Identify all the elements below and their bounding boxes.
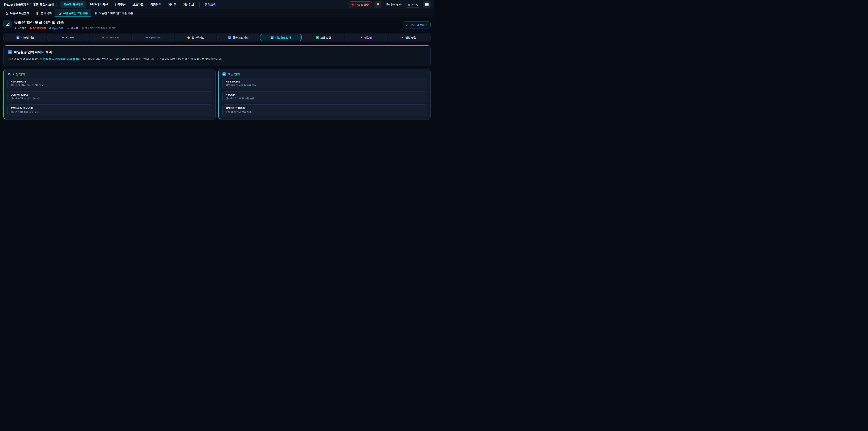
tab-spill-model-theory[interactable]: 유출유확산모델 이론 <box>55 9 91 17</box>
wind-icon <box>7 72 11 76</box>
notifications-button[interactable] <box>374 1 381 8</box>
section-marine-environment-input[interactable]: 해양환경 입력 <box>260 34 302 41</box>
nav-emergency-rescue[interactable]: 긴급구난 <box>112 1 129 8</box>
data-source-desc: 전지구 0.25° 재분석 데이터 <box>11 97 209 100</box>
tab-label: 분석 목록 <box>40 11 52 15</box>
logo-wing-wordmark: Wing <box>3 2 13 6</box>
diamond-icon <box>14 27 17 29</box>
app-logo[interactable]: Wing 해양환경 위기대응 통합시스템 <box>3 2 54 7</box>
bell-icon <box>376 3 380 6</box>
data-source-name: NIFS ROMS <box>225 80 424 83</box>
tab-analysis-list[interactable]: 분석 목록 <box>33 9 55 17</box>
refresh-icon <box>228 36 231 39</box>
data-source-name: AWS 자동기상관측 <box>11 106 209 110</box>
input-data-cards: 기상 입력 KMA RDAPS 동아시아 12km 해상도·24h 예보 ECM… <box>3 69 431 127</box>
page-header: 유출유 확산 모델 이론 및 검증 KOSPS POSEIDON OpenDri… <box>3 20 431 30</box>
section-nav: 시스템 개요 KOSPS POSEIDON OpenDrift 입자추적법 <box>3 33 431 42</box>
red-dot-icon <box>102 37 104 38</box>
highlighted-phrase: 입력 해양·기상 데이터의 품질 <box>43 57 78 61</box>
lightning-icon <box>67 27 69 30</box>
section-model-validation[interactable]: 모델 검증 <box>303 34 344 41</box>
page-subtitle: 라그랑지안 입자추적 이론 기반 <box>82 26 116 30</box>
hamburger-icon <box>425 3 429 4</box>
red-dot-icon <box>30 27 32 29</box>
wave-icon <box>222 72 226 76</box>
list-item: KMA RDAPS 동아시아 12km 해상도·24h 예보 <box>7 78 212 89</box>
incident-status-badge[interactable]: 사고 진행중 <box>348 1 372 8</box>
triangle-ruler-icon <box>5 22 10 26</box>
main-nav: 유출유 확산예측 HNS·대기확산 긴급구난 보고자료 항공탐색 게시판 기상정… <box>60 1 219 8</box>
page-title: 유출유 확산 모델 이론 및 검증 <box>14 20 117 25</box>
page-header-text: 유출유 확산 모델 이론 및 검증 KOSPS POSEIDON OpenDri… <box>14 20 117 30</box>
topbar-right: 사고 진행중 Eunjeong Kim 로그아웃 <box>348 1 431 8</box>
section-weathering-process[interactable]: 풍화 프로세스 <box>217 34 259 41</box>
section-opendrift[interactable]: OpenDrift <box>132 34 174 41</box>
section-future-direction[interactable]: 발전 방향 <box>388 34 429 41</box>
tab-oil-fence-algorithm-theory[interactable]: 오일펜스 배치 알고리즘 이론 <box>91 9 136 17</box>
topbar: Wing 해양환경 위기대응 통합시스템 유출유 확산예측 HNS·대기확산 긴… <box>0 0 434 9</box>
clipboard-icon <box>36 12 39 15</box>
tab-label: 오일펜스 배치 알고리즘 이론 <box>99 11 133 15</box>
sub-tabbar: 유출유 확산분석 분석 목록 유출유확산모델 이론 오일펜스 배치 알고리즘 이… <box>0 9 434 18</box>
badge-ensemble: 앙상블 <box>67 26 78 30</box>
nav-reports[interactable]: 보고자료 <box>129 1 147 8</box>
compass-icon <box>187 36 190 39</box>
section-kosps[interactable]: KOSPS <box>47 34 89 41</box>
incident-label: 사고 진행중 <box>355 3 369 6</box>
overview-description: 유출유 확산 예측의 정확도는 입력 해양·기상 데이터의 품질에 크게 좌우됩… <box>8 57 426 61</box>
app-title: 해양환경 위기대응 통합시스템 <box>14 3 55 7</box>
data-source-desc: 실시간 10분 단위 풍향·풍속 <box>11 111 209 114</box>
nav-board[interactable]: 게시판 <box>165 1 179 8</box>
data-source-name: KMA RDAPS <box>11 80 209 83</box>
check-icon <box>316 36 319 39</box>
section-particle-tracking[interactable]: 입자추적법 <box>175 34 216 41</box>
shield-icon <box>94 12 97 15</box>
triangle-ruler-icon <box>59 12 62 15</box>
model-badges: KOSPS POSEIDON OpenDrift 앙상블 라그랑지안 입자추적 … <box>14 26 117 30</box>
diamond-icon <box>62 36 64 39</box>
section-ensemble[interactable]: 앙상블 <box>345 34 386 41</box>
page-icon-box <box>3 20 11 28</box>
nav-weather-info[interactable]: 기상정보 <box>180 1 197 8</box>
overview-heading: 해양환경 입력 데이터 체계 <box>8 50 426 54</box>
overview-body: 해양환경 입력 데이터 체계 유출유 확산 예측의 정확도는 입력 해양·기상 … <box>4 46 430 66</box>
weather-input-card: 기상 입력 KMA RDAPS 동아시아 12km 해상도·24h 예보 ECM… <box>3 69 216 120</box>
menu-button[interactable] <box>423 1 431 8</box>
ocean-card-title: 해양 입력 <box>222 72 427 76</box>
badge-poseidon: POSEIDON <box>30 27 46 30</box>
data-source-name: HYCOM <box>225 93 424 96</box>
section-system-overview[interactable]: 시스템 개요 <box>5 34 46 41</box>
data-source-desc: 한국 근해 1km 해류·수온 예보 <box>225 84 424 87</box>
tab-label: 유출유확산모델 이론 <box>63 11 88 15</box>
rocket-icon <box>401 36 404 39</box>
blue-dot-icon <box>49 27 51 29</box>
microscope-icon <box>5 12 8 15</box>
lightning-icon <box>360 36 363 39</box>
list-item: NIFS ROMS 한국 근해 1km 해류·수온 예보 <box>222 78 427 89</box>
user-name: Eunjeong Kim <box>386 3 403 6</box>
blue-dot-icon <box>146 37 148 38</box>
data-source-desc: 동아시아 12km 해상도·24h 예보 <box>11 84 209 87</box>
pdf-export-button[interactable]: PDF 내보내기 <box>403 22 431 29</box>
section-poseidon[interactable]: POSEIDON <box>90 34 131 41</box>
tab-spill-analysis[interactable]: 유출유 확산분석 <box>2 9 33 17</box>
tab-label: 유출유 확산분석 <box>10 11 29 15</box>
data-source-desc: 15개 분조 기반 조류 예측 <box>225 111 424 114</box>
ocean-input-card: 해양 입력 NIFS ROMS 한국 근해 1km 해류·수온 예보 HYCOM… <box>218 69 431 120</box>
list-item: AWS 자동기상관측 실시간 10분 단위 풍향·풍속 <box>7 104 212 116</box>
badge-opendrift: OpenDrift <box>49 27 64 30</box>
pdf-export-label: PDF 내보내기 <box>411 23 427 27</box>
nav-integrated-search[interactable]: 통합조회 <box>202 1 219 8</box>
logout-button[interactable]: 로그아웃 <box>405 2 421 8</box>
list-item: HYCOM 전지구 1/12° 해양 순환 모델 <box>222 91 427 102</box>
data-source-name: ECMWF ERA5 <box>11 93 209 96</box>
nav-oil-spill-prediction[interactable]: 유출유 확산예측 <box>60 1 86 8</box>
list-item: TPXO9 조화분석 15개 분조 기반 조류 예측 <box>222 104 427 116</box>
wave-icon <box>17 36 20 39</box>
overview-panel: 해양환경 입력 데이터 체계 유출유 확산 예측의 정확도는 입력 해양·기상 … <box>3 45 431 66</box>
incident-dot-icon <box>352 4 353 5</box>
badge-kosps: KOSPS <box>14 27 26 30</box>
nav-hns-diffusion[interactable]: HNS·대기확산 <box>87 1 111 8</box>
nav-aerial-search[interactable]: 항공탐색 <box>147 1 164 8</box>
divider <box>384 2 384 7</box>
